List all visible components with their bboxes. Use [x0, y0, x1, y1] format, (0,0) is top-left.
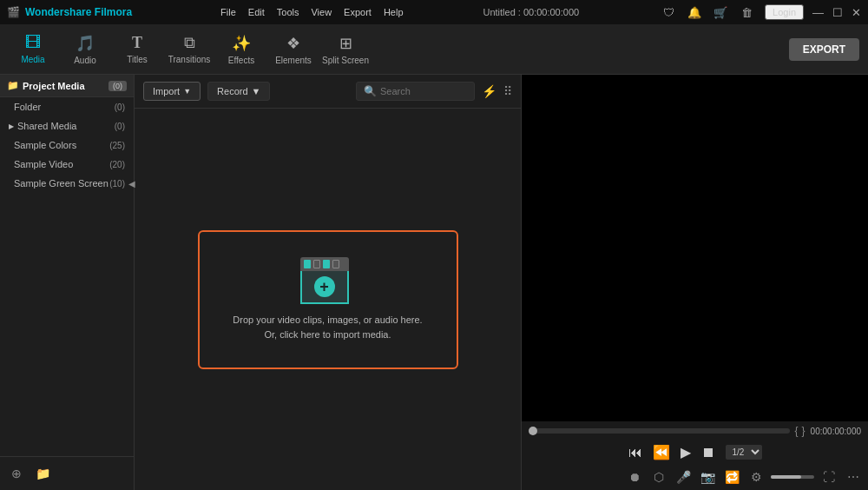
- left-panel-header: 📁 Project Media (0): [0, 75, 134, 97]
- snapshot-icon[interactable]: 📷: [698, 467, 717, 487]
- folder-label: Folder: [14, 102, 41, 112]
- elements-icon: ❖: [286, 34, 300, 53]
- titles-icon: T: [132, 34, 142, 52]
- sidebar-item-folder[interactable]: Folder (0): [0, 97, 134, 116]
- tool-media[interactable]: 🎞 Media: [9, 28, 57, 71]
- search-box: 🔍: [356, 82, 475, 101]
- tool-transitions-label: Transitions: [168, 55, 211, 64]
- close-button[interactable]: ✕: [852, 6, 861, 19]
- drop-zone-inner[interactable]: + Drop your video clips, images, or audi…: [198, 230, 458, 369]
- tool-split-screen-label: Split Screen: [322, 56, 369, 65]
- menu-file[interactable]: File: [220, 7, 236, 17]
- current-time: 00:00:00:000: [811, 427, 861, 436]
- volume-slider[interactable]: [771, 475, 814, 479]
- tool-transitions[interactable]: ⧉ Transitions: [165, 28, 214, 71]
- import-dropdown-arrow: ▼: [183, 87, 191, 96]
- sidebar-item-shared-media[interactable]: ▶ Shared Media (0): [0, 116, 134, 136]
- stop-button[interactable]: ⏹: [701, 445, 715, 460]
- cart-icon[interactable]: 🛒: [711, 3, 730, 22]
- tool-elements[interactable]: ❖ Elements: [269, 28, 318, 71]
- more-options-icon[interactable]: ⋯: [844, 467, 863, 487]
- import-button[interactable]: Import ▼: [143, 82, 201, 101]
- effects-icon: ✨: [232, 34, 251, 53]
- notification-icon[interactable]: 🔔: [685, 3, 704, 22]
- add-folder-icon[interactable]: ⊕: [7, 464, 26, 483]
- menu-view[interactable]: View: [311, 7, 332, 17]
- sample-colors-count: (25): [109, 141, 125, 150]
- arrow-icon: ◀: [128, 179, 135, 189]
- trash-icon[interactable]: 🗑: [737, 3, 756, 22]
- clapper-body: +: [300, 271, 349, 304]
- progress-bar[interactable]: [529, 428, 790, 434]
- record-label: Record: [217, 86, 247, 96]
- shared-media-label: ▶ Shared Media: [9, 121, 77, 131]
- menu-help[interactable]: Help: [384, 7, 404, 17]
- toolbar: 🎞 Media 🎵 Audio T Titles ⧉ Transitions ✨…: [0, 24, 868, 75]
- frame-back-button[interactable]: ⏪: [653, 444, 670, 460]
- sidebar-item-sample-green-screen[interactable]: Sample Green Screen (10) ◀: [0, 174, 134, 193]
- window-title: Untitled : 00:00:00:000: [483, 7, 579, 17]
- sample-colors-label: Sample Colors: [14, 140, 76, 150]
- crop-icon[interactable]: ⬡: [649, 467, 668, 487]
- drop-hint-line1: Drop your video clips, images, or audio …: [233, 313, 422, 328]
- content-area: Import ▼ Record ▼ 🔍 ⚡ ⠿: [135, 75, 521, 490]
- sidebar-item-sample-video[interactable]: Sample Video (20): [0, 155, 134, 174]
- record-button[interactable]: Record ▼: [207, 82, 270, 101]
- preview-screen: [522, 75, 868, 421]
- settings-icon[interactable]: ⚙: [746, 467, 766, 487]
- shield-icon[interactable]: 🛡: [659, 3, 678, 22]
- loop-icon[interactable]: 🔁: [722, 467, 741, 487]
- sample-video-count: (20): [109, 160, 125, 169]
- out-point-button[interactable]: }: [802, 425, 806, 437]
- skip-back-button[interactable]: ⏮: [628, 445, 642, 460]
- menu-tools[interactable]: Tools: [277, 7, 299, 17]
- title-bar: 🎬 Wondershare Filmora File Edit Tools Vi…: [0, 0, 868, 24]
- add-media-icon: +: [314, 276, 335, 297]
- filter-icon[interactable]: ⚡: [482, 84, 496, 98]
- preview-extra-controls: ⏺ ⬡ 🎤 📷 🔁 ⚙ ⛶ ⋯: [522, 464, 868, 490]
- play-button[interactable]: ▶: [681, 444, 691, 460]
- transitions-icon: ⧉: [184, 34, 195, 52]
- logo-icon: 🎬: [7, 6, 20, 18]
- minimize-button[interactable]: —: [812, 6, 824, 19]
- project-media-title: 📁 Project Media: [7, 80, 85, 91]
- app-logo: 🎬 Wondershare Filmora: [7, 6, 132, 18]
- folder-count: (0): [115, 103, 125, 112]
- export-button[interactable]: EXPORT: [789, 38, 859, 61]
- search-input[interactable]: [380, 86, 467, 96]
- project-media-count: (0): [108, 81, 127, 91]
- tool-titles[interactable]: T Titles: [113, 28, 161, 71]
- import-label: Import: [153, 86, 180, 96]
- fullscreen-icon[interactable]: ⛶: [819, 467, 838, 487]
- tool-audio[interactable]: 🎵 Audio: [61, 28, 109, 71]
- clapper-stripe-4: [332, 260, 339, 268]
- menu-bar: File Edit Tools View Export Help: [220, 7, 403, 17]
- window-controls: — ☐ ✕: [812, 6, 861, 19]
- folder-icon: 📁: [7, 80, 19, 91]
- left-panel-footer: ⊕ 📁: [0, 456, 134, 490]
- sidebar-item-sample-colors[interactable]: Sample Colors (25): [0, 136, 134, 155]
- content-toolbar: Import ▼ Record ▼ 🔍 ⚡ ⠿: [135, 75, 521, 109]
- record-ctrl-icon[interactable]: ⏺: [625, 467, 644, 487]
- grid-icon[interactable]: ⠿: [503, 84, 512, 98]
- app-name: Wondershare Filmora: [25, 6, 132, 18]
- left-panel: 📁 Project Media (0) Folder (0) ▶ Shared …: [0, 75, 135, 490]
- drop-zone[interactable]: + Drop your video clips, images, or audi…: [148, 122, 507, 476]
- progress-handle[interactable]: [529, 427, 537, 435]
- mic-icon[interactable]: 🎤: [674, 467, 693, 487]
- sample-video-label: Sample Video: [14, 159, 73, 169]
- search-icon: 🔍: [364, 85, 377, 97]
- tool-effects[interactable]: ✨ Effects: [217, 28, 266, 71]
- in-point-button[interactable]: {: [795, 425, 799, 437]
- menu-edit[interactable]: Edit: [248, 7, 265, 17]
- speed-selector[interactable]: 1/2 1 2: [726, 445, 762, 460]
- tool-audio-label: Audio: [74, 56, 96, 65]
- preview-progress-bar: { } 00:00:00:000: [522, 421, 868, 440]
- split-screen-icon: ⊞: [339, 34, 352, 53]
- tool-split-screen[interactable]: ⊞ Split Screen: [321, 28, 370, 71]
- login-button[interactable]: Login: [765, 4, 804, 20]
- shared-media-count: (0): [115, 122, 125, 131]
- import-folder-icon[interactable]: 📁: [33, 464, 52, 483]
- menu-export[interactable]: Export: [344, 7, 372, 17]
- maximize-button[interactable]: ☐: [832, 6, 843, 19]
